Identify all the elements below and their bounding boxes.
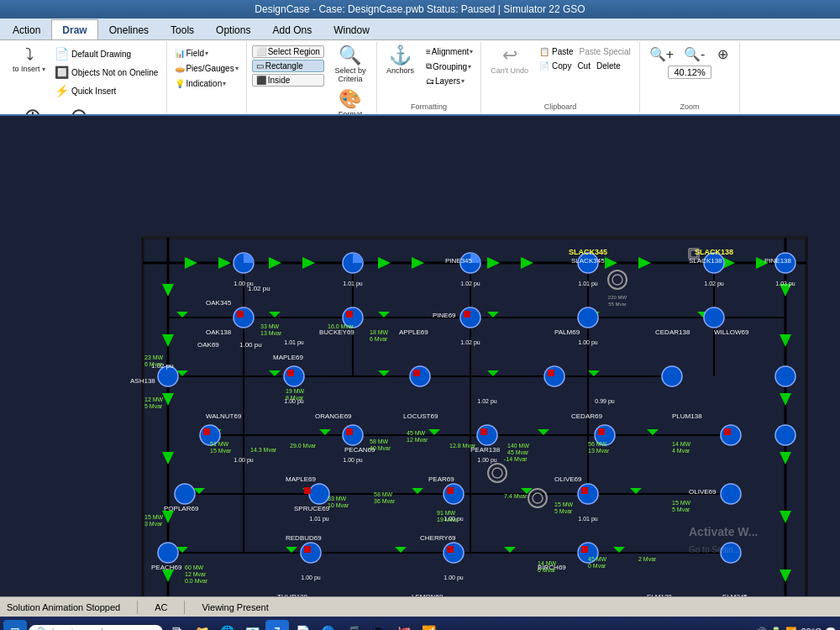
zoom-group: 🔍+ 🔍- ⊕ 40.12% Zoom — [640, 42, 741, 113]
tab-options[interactable]: Options — [205, 19, 261, 39]
tab-onelines[interactable]: Onelines — [98, 19, 160, 39]
rectangle-button[interactable]: ▭ Rectangle — [252, 60, 324, 72]
aggregation-button[interactable]: ⊜ Aggregation — [54, 102, 103, 116]
copy-button[interactable]: 📄 Copy Cut Delete — [536, 60, 634, 72]
task-view-button[interactable]: ⧉ — [165, 620, 188, 630]
temperature: 22°C — [801, 627, 822, 630]
zoom-in-icon: 🔍+ — [649, 48, 674, 61]
explorer-icon: 📁 — [195, 625, 209, 630]
app1-button[interactable]: 🎵 — [341, 620, 365, 630]
tab-tools[interactable]: Tools — [160, 19, 205, 39]
objects-not-on-oneline-button[interactable]: 🔲 Objects Not on Oneline — [51, 64, 161, 81]
svg-text:1.03 pu: 1.03 pu — [775, 281, 795, 287]
cut-label: Cut — [577, 61, 591, 71]
zoom-app-button[interactable]: Z — [265, 620, 289, 630]
zoom-options-button[interactable]: ⊕ — [711, 45, 734, 64]
select-by-criteria-button[interactable]: 🔍 Select byCriteria — [329, 44, 371, 86]
svg-rect-155 — [237, 311, 244, 318]
network-tray-button[interactable]: 📶 — [417, 620, 440, 630]
pies-gauges-button[interactable]: 🥧 Pies/Gauges ▾ — [172, 62, 240, 75]
quick-icon: ⚡ — [55, 84, 69, 97]
default-drawing-button[interactable]: 📄 Default Drawing — [51, 45, 161, 62]
start-button[interactable]: ⊞ — [3, 620, 27, 630]
tab-addons[interactable]: Add Ons — [261, 19, 323, 39]
notification-icon: 💬 — [825, 627, 837, 631]
mail-button[interactable]: 📧 — [240, 620, 264, 630]
browser-button[interactable]: 🌐 — [215, 620, 239, 630]
chrome-button[interactable]: 🔵 — [316, 620, 339, 630]
svg-text:ORANGE69: ORANGE69 — [315, 412, 352, 420]
formatting-group: ⚓ Anchors ≡ Alignment ▾ ⧉ Grouping ▾ 🗂 L… — [377, 42, 481, 113]
svg-text:12 Mvar: 12 Mvar — [185, 571, 207, 577]
svg-text:OAK69: OAK69 — [197, 341, 219, 349]
taskbar-search[interactable]: 🔍 here to search — [29, 625, 163, 631]
alignment-button[interactable]: ≡ Alignment ▾ — [423, 45, 475, 58]
paste-button[interactable]: 📋 Paste Paste Special — [536, 45, 634, 58]
title-bar: DesignCase - Case: DesignCase.pwb Status… — [0, 0, 840, 18]
taskbar-right: 🔺 🔊 🔋 📶 22°C 💬 — [740, 627, 837, 631]
svg-text:51 MW: 51 MW — [210, 441, 229, 447]
svg-point-123 — [578, 307, 598, 328]
paste-icon: 📋 — [539, 47, 549, 56]
svg-text:3 Mvar: 3 Mvar — [144, 521, 163, 527]
anchors-icon: ⚓ — [389, 46, 412, 65]
status-separator-2 — [184, 601, 185, 614]
canvas-area[interactable]: 1.02 pu OAK345 OAK138 1.00 pu 1.02 pu AS… — [0, 116, 840, 596]
svg-text:PINE69: PINE69 — [433, 312, 456, 319]
inside-button[interactable]: ⬛ Inside — [252, 74, 324, 87]
field-group: 📊 Field ▾ 🥧 Pies/Gauges ▾ 💡 Indication ▾ — [167, 42, 246, 113]
svg-text:REDBUD69: REDBUD69 — [286, 534, 322, 542]
svg-text:18 MW: 18 MW — [370, 329, 389, 335]
tab-window[interactable]: Window — [323, 19, 381, 39]
tab-action[interactable]: Action — [2, 19, 51, 39]
formatting-group-label: Formatting — [411, 101, 447, 111]
svg-text:45 MW: 45 MW — [407, 430, 426, 436]
svg-text:15 MW: 15 MW — [672, 500, 691, 506]
field-button[interactable]: 📊 Field ▾ — [172, 47, 240, 60]
zoom-out-icon: 🔍- — [684, 48, 705, 61]
select-region-button[interactable]: ⬜ Select Region — [252, 45, 324, 58]
indication-button[interactable]: 💡 Indication ▾ — [172, 77, 240, 90]
format-icon: 🎨 — [339, 90, 361, 108]
svg-text:LEMON69: LEMON69 — [412, 593, 444, 596]
format-button[interactable]: 🎨 Format — [329, 87, 371, 116]
svg-rect-162 — [346, 428, 353, 435]
app2-button[interactable]: ⚙ — [366, 620, 390, 630]
grouping-button[interactable]: ⧉ Grouping ▾ — [423, 60, 475, 73]
zoom-group-label: Zoom — [680, 101, 700, 111]
zoom-in-button[interactable]: 🔍+ — [645, 45, 678, 64]
undo-button[interactable]: ↩ Can't Undo — [486, 44, 533, 77]
zoom-out-button[interactable]: 🔍- — [680, 45, 709, 64]
anchors-button[interactable]: ⚓ Anchors — [382, 44, 418, 77]
svg-text:PLUM138: PLUM138 — [672, 412, 702, 420]
svg-text:33 MW: 33 MW — [260, 323, 280, 329]
background-button[interactable]: ▬ Background — [107, 102, 155, 116]
copy-icon: 📄 — [539, 61, 549, 71]
layers-icon: 🗂 — [426, 76, 434, 86]
svg-text:OAK138: OAK138 — [206, 328, 232, 336]
title-text: DesignCase - Case: DesignCase.pwb Status… — [255, 3, 585, 15]
layers-button[interactable]: 🗂 Layers ▾ — [423, 75, 475, 87]
tab-draw[interactable]: Draw — [51, 19, 97, 39]
network-button[interactable]: ⊕ Network — [14, 102, 50, 116]
svg-text:CHERRY69: CHERRY69 — [420, 534, 456, 542]
battery-icon: 🔋 — [770, 627, 782, 631]
svg-point-141 — [721, 484, 741, 504]
svg-text:PEACH69: PEACH69 — [151, 564, 182, 571]
svg-text:12.8 Mvar: 12.8 Mvar — [449, 443, 476, 449]
svg-text:1.02 pu: 1.02 pu — [460, 339, 480, 346]
svg-text:POPLAR69: POPLAR69 — [164, 505, 199, 512]
svg-text:0.0 Mvar: 0.0 Mvar — [185, 578, 208, 584]
zoom-more-icon: ⊕ — [717, 48, 728, 61]
svg-rect-164 — [598, 428, 605, 435]
sound-icon: 🔊 — [755, 627, 767, 631]
quick-insert-button[interactable]: ⚡ Quick Insert — [51, 82, 161, 99]
github-button[interactable]: 🐙 — [391, 620, 415, 630]
drawing-icon: 📄 — [55, 47, 69, 60]
explorer-button[interactable]: 📁 — [190, 620, 213, 630]
pdf-button[interactable]: 📄 — [291, 620, 314, 630]
svg-text:PINE345: PINE345 — [445, 257, 473, 265]
svg-text:1.02 pu: 1.02 pu — [704, 281, 723, 287]
svg-text:91 MW: 91 MW — [437, 510, 456, 516]
to-insert-button[interactable]: ⤵ to Insert ▾ — [8, 44, 50, 76]
